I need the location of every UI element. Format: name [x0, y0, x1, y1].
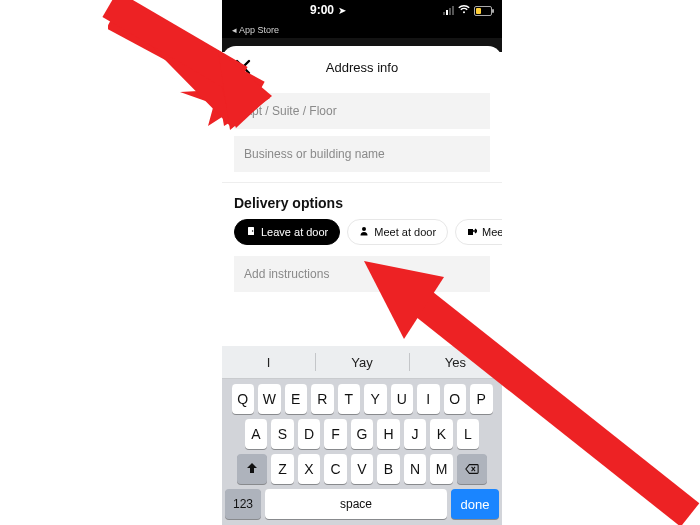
key-r[interactable]: R: [311, 384, 334, 414]
chip-meet-outside[interactable]: Meet ou: [455, 219, 502, 245]
apt-field[interactable]: [234, 93, 490, 129]
key-d[interactable]: D: [298, 419, 321, 449]
key-a[interactable]: A: [245, 419, 268, 449]
keyboard-row-4: 123 space done: [222, 484, 502, 525]
ios-keyboard: I Yay Yes QWERTYUIOP ASDFGHJKL ZXCVBNM 1…: [222, 346, 502, 525]
key-x[interactable]: X: [298, 454, 321, 484]
key-h[interactable]: H: [377, 419, 400, 449]
svg-point-1: [252, 230, 253, 231]
suggestion[interactable]: I: [222, 346, 315, 378]
battery-icon: [474, 6, 492, 16]
key-s[interactable]: S: [271, 419, 294, 449]
chip-meet-at-door[interactable]: Meet at door: [347, 219, 448, 245]
key-m[interactable]: M: [430, 454, 453, 484]
key-done[interactable]: done: [451, 489, 499, 519]
keyboard-suggestions: I Yay Yes: [222, 346, 502, 379]
key-backspace[interactable]: [457, 454, 487, 484]
person-icon: [359, 226, 369, 238]
key-v[interactable]: V: [351, 454, 374, 484]
location-arrow-icon: ➤: [338, 4, 346, 15]
key-u[interactable]: U: [391, 384, 414, 414]
phone-frame: 9:00 ➤ ◂ App Store Address info: [222, 0, 502, 525]
suggestion[interactable]: Yes: [409, 346, 502, 378]
key-q[interactable]: Q: [232, 384, 255, 414]
key-k[interactable]: K: [430, 419, 453, 449]
delivery-options-row: Leave at door Meet at door Meet ou: [222, 219, 502, 245]
key-l[interactable]: L: [457, 419, 480, 449]
key-z[interactable]: Z: [271, 454, 294, 484]
address-info-sheet: Address info Delivery options Leave at d…: [222, 46, 502, 292]
back-label: ◂ App Store: [232, 25, 279, 35]
key-123[interactable]: 123: [225, 489, 261, 519]
chip-label: Leave at door: [261, 226, 328, 238]
svg-marker-5: [113, 16, 220, 98]
apt-input[interactable]: [234, 93, 490, 129]
chip-label: Meet at door: [374, 226, 436, 238]
chip-label: Meet ou: [482, 226, 502, 238]
close-button[interactable]: [232, 56, 254, 78]
signal-icon: [443, 6, 454, 15]
key-y[interactable]: Y: [364, 384, 387, 414]
suggestion[interactable]: Yay: [315, 346, 408, 378]
key-shift[interactable]: [237, 454, 267, 484]
key-c[interactable]: C: [324, 454, 347, 484]
key-n[interactable]: N: [404, 454, 427, 484]
business-input[interactable]: [234, 136, 490, 172]
back-to-app[interactable]: ◂ App Store: [222, 22, 502, 38]
status-time: 9:00: [310, 3, 334, 17]
key-w[interactable]: W: [258, 384, 281, 414]
instructions-input[interactable]: [234, 256, 490, 292]
modal-header: Address info: [222, 48, 502, 86]
delivery-options-title: Delivery options: [234, 195, 490, 211]
key-p[interactable]: P: [470, 384, 493, 414]
key-o[interactable]: O: [444, 384, 467, 414]
modal-title: Address info: [326, 60, 398, 75]
svg-rect-3: [468, 229, 473, 235]
chip-leave-at-door[interactable]: Leave at door: [234, 219, 340, 245]
key-g[interactable]: G: [351, 419, 374, 449]
door-icon: [246, 226, 256, 238]
instructions-field[interactable]: [234, 256, 490, 292]
divider: [222, 182, 502, 183]
key-i[interactable]: I: [417, 384, 440, 414]
keyboard-row-1: QWERTYUIOP: [222, 379, 502, 414]
outside-icon: [467, 226, 477, 238]
key-space[interactable]: space: [265, 489, 447, 519]
status-bar: 9:00 ➤: [222, 0, 502, 22]
key-t[interactable]: T: [338, 384, 361, 414]
keyboard-row-2: ASDFGHJKL: [222, 414, 502, 449]
key-f[interactable]: F: [324, 419, 347, 449]
wifi-icon: [458, 5, 470, 16]
key-b[interactable]: B: [377, 454, 400, 484]
svg-point-2: [362, 227, 366, 231]
keyboard-row-3: ZXCVBNM: [222, 449, 502, 484]
key-j[interactable]: J: [404, 419, 427, 449]
business-field[interactable]: [234, 136, 490, 172]
key-e[interactable]: E: [285, 384, 308, 414]
